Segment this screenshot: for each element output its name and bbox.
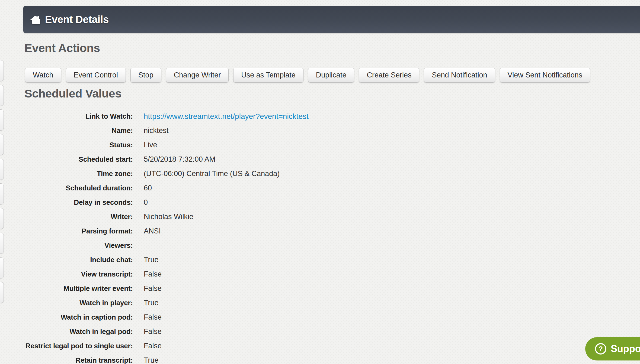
link-to-watch-value: https://www.streamtext.net/player?event=… [144, 112, 309, 121]
view-sent-notifications-button[interactable]: View Sent Notifications [500, 68, 590, 83]
restrict-legal-pod-to-single-user-label: Restrict legal pod to single user: [23, 342, 133, 350]
status-label: Status: [23, 141, 133, 149]
watch-in-caption-pod-value: False [144, 313, 162, 321]
row-delay-in-seconds: Delay in seconds:0 [23, 195, 309, 210]
watch-in-player-value: True [144, 299, 159, 307]
watch-button[interactable]: Watch [25, 68, 61, 83]
row-watch-in-player: Watch in player:True [23, 296, 309, 310]
watch-link[interactable]: https://www.streamtext.net/player?event=… [144, 112, 309, 121]
time-zone-label: Time zone: [23, 170, 133, 178]
view-transcript-label: View transcript: [23, 270, 133, 278]
link-to-watch-label: Link to Watch: [23, 112, 133, 121]
page-header-bar: Event Details [23, 6, 640, 33]
support-button[interactable]: ? Support [585, 337, 640, 360]
row-scheduled-start: Scheduled start:5/20/2018 7:32:00 AM [23, 152, 309, 167]
event-actions-heading: Event Actions [24, 42, 100, 54]
question-mark-icon: ? [595, 343, 606, 355]
delay-in-seconds-value: 0 [144, 198, 148, 207]
row-writer: Writer:Nicholas Wilkie [23, 210, 309, 224]
row-parsing-format: Parsing format:ANSI [23, 224, 309, 238]
retain-transcript-value: True [144, 356, 159, 364]
writer-value: Nicholas Wilkie [144, 213, 193, 221]
scheduled-duration-label: Scheduled duration: [23, 184, 133, 192]
name-label: Name: [23, 126, 133, 135]
stop-button[interactable]: Stop [130, 68, 161, 83]
watch-in-legal-pod-value: False [144, 327, 162, 336]
multiple-writer-event-label: Multiple writer event: [23, 284, 133, 293]
row-multiple-writer-event: Multiple writer event:False [23, 281, 309, 296]
change-writer-button[interactable]: Change Writer [166, 68, 229, 83]
duplicate-button[interactable]: Duplicate [308, 68, 354, 83]
support-label: Support [611, 343, 640, 355]
event-control-button[interactable]: Event Control [66, 68, 126, 83]
delay-in-seconds-label: Delay in seconds: [23, 198, 133, 207]
include-chat-label: Include chat: [23, 256, 133, 264]
left-edge-box[interactable] [0, 60, 4, 81]
parsing-format-value: ANSI [144, 227, 161, 235]
page-title: Event Details [45, 14, 109, 25]
scheduled-values-heading: Scheduled Values [24, 88, 121, 99]
create-series-button[interactable]: Create Series [359, 68, 419, 83]
row-watch-in-legal-pod: Watch in legal pod:False [23, 324, 309, 339]
retain-transcript-label: Retain transcript: [23, 356, 133, 364]
scheduled-start-value: 5/20/2018 7:32:00 AM [144, 155, 215, 164]
time-zone-value: (UTC-06:00) Central Time (US & Canada) [144, 170, 280, 178]
row-status: Status:Live [23, 138, 309, 152]
send-notification-button[interactable]: Send Notification [424, 68, 495, 83]
scheduled-start-label: Scheduled start: [23, 155, 133, 164]
row-viewers: Viewers: [23, 238, 309, 253]
left-edge-box[interactable] [0, 183, 4, 204]
use-as-template-button[interactable]: Use as Template [233, 68, 303, 83]
scheduled-values-table: Link to Watch:https://www.streamtext.net… [23, 109, 309, 364]
include-chat-value: True [144, 256, 159, 264]
writer-label: Writer: [23, 213, 133, 221]
left-edge-box[interactable] [0, 257, 4, 278]
home-icon[interactable] [30, 15, 40, 25]
left-edge-box[interactable] [0, 134, 4, 155]
row-restrict-legal-pod-to-single-user: Restrict legal pod to single user:False [23, 339, 309, 353]
left-edge-box[interactable] [0, 282, 4, 303]
left-edge-box[interactable] [0, 233, 4, 254]
row-retain-transcript: Retain transcript:True [23, 353, 309, 364]
row-scheduled-duration: Scheduled duration:60 [23, 181, 309, 195]
viewers-label: Viewers: [23, 241, 133, 250]
left-edge-box[interactable] [0, 109, 4, 131]
action-buttons-row: WatchEvent ControlStopChange WriterUse a… [25, 68, 590, 83]
scheduled-duration-value: 60 [144, 184, 152, 192]
restrict-legal-pod-to-single-user-value: False [144, 342, 162, 350]
question-mark-glyph: ? [599, 345, 603, 352]
row-watch-in-caption-pod: Watch in caption pod:False [23, 310, 309, 324]
row-time-zone: Time zone:(UTC-06:00) Central Time (US &… [23, 167, 309, 181]
view-transcript-value: False [144, 270, 162, 278]
row-view-transcript: View transcript:False [23, 267, 309, 281]
row-link-to-watch: Link to Watch:https://www.streamtext.net… [23, 109, 309, 123]
watch-in-player-label: Watch in player: [23, 299, 133, 307]
left-edge-box[interactable] [0, 85, 4, 106]
row-name: Name:nicktest [23, 123, 309, 138]
row-include-chat: Include chat:True [23, 253, 309, 267]
parsing-format-label: Parsing format: [23, 227, 133, 235]
watch-in-caption-pod-label: Watch in caption pod: [23, 313, 133, 321]
status-value: Live [144, 141, 157, 149]
watch-in-legal-pod-label: Watch in legal pod: [23, 327, 133, 336]
name-value: nicktest [144, 126, 169, 135]
left-edge-box[interactable] [0, 208, 4, 229]
left-edge-box[interactable] [0, 159, 4, 180]
multiple-writer-event-value: False [144, 284, 162, 293]
